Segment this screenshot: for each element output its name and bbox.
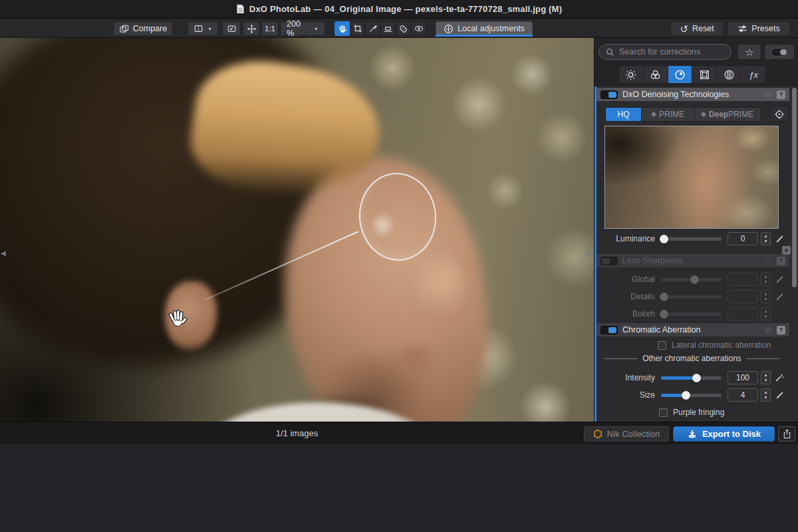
intensity-stepper[interactable]: ▲▼ [761, 371, 771, 384]
photo-nose [414, 254, 466, 319]
favorites-filter-button[interactable]: ☆ [737, 44, 761, 60]
show-corrections-tool[interactable] [411, 21, 426, 36]
global-stepper[interactable]: ▲▼ [761, 273, 771, 286]
bokeh-value[interactable] [728, 307, 758, 321]
global-slider-row: Global ▲▼ [597, 271, 789, 287]
move-icon [247, 24, 257, 34]
star-icon: ☆ [745, 47, 753, 57]
palette-tab-detail[interactable] [668, 66, 693, 83]
sparkle-icon [701, 112, 706, 117]
size-value[interactable]: 4 [728, 388, 758, 402]
hand-icon [337, 24, 347, 34]
global-edit-button[interactable] [773, 275, 785, 284]
local-adjustments-button[interactable]: Local adjustments [436, 21, 533, 36]
global-value[interactable] [728, 273, 758, 286]
intensity-auto-wand-button[interactable] [773, 373, 785, 382]
color-picker-tool[interactable] [365, 21, 380, 36]
active-corrections-toggle[interactable] [764, 44, 795, 60]
palette-tab-geometry[interactable] [692, 66, 717, 83]
help-icon[interactable]: ? [777, 90, 785, 99]
search-field[interactable] [598, 44, 732, 60]
document-icon [236, 4, 245, 14]
palette-tab-local[interactable] [717, 66, 741, 83]
reset-button[interactable]: ↺ Reset [670, 21, 724, 36]
image-canvas[interactable]: ◀ ▶ [0, 38, 594, 422]
size-slider[interactable] [661, 394, 722, 397]
export-to-disk-button[interactable]: Export to Disk [673, 426, 775, 442]
crop-icon [353, 24, 362, 33]
move-tool-button[interactable] [243, 21, 260, 36]
mode-prime[interactable]: PRIME [642, 108, 695, 121]
mode-hq[interactable]: HQ [606, 108, 642, 121]
sidebar-scrollbar[interactable] [792, 88, 797, 287]
details-slider[interactable] [661, 295, 722, 299]
share-icon [783, 429, 791, 439]
palette-tab-light[interactable] [619, 66, 644, 83]
pan-hand-tool[interactable] [334, 21, 350, 36]
denoising-preview-picker-button[interactable] [769, 106, 789, 122]
global-slider[interactable] [661, 278, 722, 281]
intensity-value[interactable]: 100 [728, 371, 758, 384]
bokeh-slider[interactable] [661, 313, 722, 316]
reset-icon: ↺ [680, 24, 688, 34]
nik-hexagon-icon [593, 429, 602, 439]
split-view-button[interactable]: ▼ [188, 21, 218, 36]
local-adjustments-icon [444, 24, 454, 34]
details-stepper[interactable]: ▲▼ [761, 290, 771, 303]
presets-button[interactable]: Presets [728, 21, 790, 36]
panel-toggle-icon[interactable] [600, 257, 618, 265]
denoising-preview-thumbnail[interactable] [604, 126, 779, 229]
fit-screen-button[interactable] [222, 21, 241, 36]
star-icon[interactable]: ☆ [764, 257, 772, 265]
denoising-mode-segmented: HQ PRIME DeepPRIME [605, 107, 761, 122]
panel-toggle-icon[interactable] [600, 326, 618, 334]
zoom-level-select[interactable]: 200 % ▼ [280, 21, 325, 36]
next-image-arrow[interactable]: ▶ [587, 249, 592, 257]
help-icon[interactable]: ? [777, 257, 785, 265]
lateral-chromatic-checkbox[interactable] [658, 341, 666, 350]
size-edit-button[interactable] [773, 391, 785, 400]
zoom-1to1-button[interactable]: 1:1 [261, 21, 279, 36]
panel-header-chromatic[interactable]: Chromatic Aberration ☆ ? [597, 323, 789, 336]
luminance-edit-button[interactable] [773, 235, 785, 243]
star-icon[interactable]: ☆ [764, 90, 772, 99]
mode-deepprime[interactable]: DeepPRIME [695, 108, 760, 121]
luminance-stepper[interactable]: ▲▼ [761, 232, 771, 245]
fx-icon: ƒx [749, 70, 758, 80]
panel-toggle-icon[interactable] [600, 90, 618, 99]
prev-image-arrow[interactable]: ◀ [1, 249, 6, 257]
purple-fringing-checkbox[interactable] [659, 408, 668, 417]
crop-tool[interactable] [350, 21, 365, 36]
lateral-chromatic-row: Lateral chromatic aberration [658, 340, 771, 350]
sparkle-icon [651, 112, 656, 117]
panels-scroll-area: DxO Denoising Technologies ☆ ? HQ PRIME … [595, 86, 798, 422]
zoom-level-value: 200 % [287, 19, 310, 38]
bottom-bar: 1/1 images Nik Collection Export to Disk [0, 422, 798, 444]
star-icon[interactable]: ☆ [764, 326, 772, 334]
palette-tab-color[interactable] [644, 66, 668, 83]
photo-lips [391, 345, 439, 373]
search-input[interactable] [619, 47, 726, 57]
palette-tab-effects[interactable]: ƒx [741, 66, 765, 83]
luminance-value[interactable]: 0 [728, 232, 758, 245]
horizon-tool[interactable] [380, 21, 396, 36]
details-edit-button[interactable] [773, 293, 785, 301]
size-slider-row: Size 4 ▲▼ [597, 387, 789, 403]
repair-tool[interactable] [396, 21, 411, 36]
panel-header-lens-sharpness[interactable]: Lens Sharpness ☆ ? [597, 254, 789, 267]
size-stepper[interactable]: ▲▼ [761, 388, 771, 402]
share-button[interactable] [778, 426, 795, 442]
details-value[interactable] [728, 290, 758, 303]
presets-icon [737, 25, 747, 33]
help-icon[interactable]: ? [777, 326, 785, 334]
compare-button[interactable]: Compare [113, 21, 173, 36]
bokeh-stepper[interactable]: ▲▼ [761, 307, 771, 321]
palette-tabs: ƒx [618, 65, 766, 84]
nik-collection-button[interactable]: Nik Collection [584, 426, 669, 442]
chevron-down-icon: ▼ [314, 27, 319, 31]
intensity-slider[interactable] [661, 376, 722, 380]
panel-header-denoising[interactable]: DxO Denoising Technologies ☆ ? [597, 88, 789, 101]
luminance-slider[interactable] [661, 237, 722, 241]
bandaid-icon [398, 24, 408, 34]
lens-glint [370, 209, 394, 241]
